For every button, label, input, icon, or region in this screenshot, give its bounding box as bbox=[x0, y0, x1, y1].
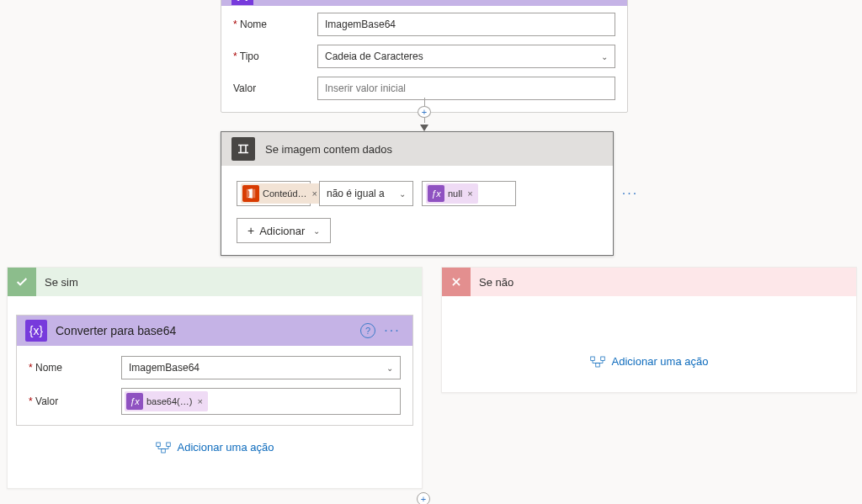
action-more-button[interactable]: ··· bbox=[380, 323, 404, 338]
type-label: Tipo bbox=[233, 50, 317, 62]
remove-token-icon[interactable]: × bbox=[467, 188, 472, 199]
branch-no-title: Se não bbox=[479, 276, 513, 289]
variable-icon: {x} bbox=[231, 0, 253, 5]
condition-icon bbox=[231, 137, 255, 161]
value-input[interactable] bbox=[317, 77, 615, 100]
add-action-no-button[interactable]: Adicionar uma ação bbox=[449, 355, 849, 368]
branch-no: Se não Adicionar uma ação bbox=[441, 267, 857, 393]
content-token: Conteúd… × bbox=[241, 183, 322, 204]
condition-expression-row: Conteúd… × não é igual a ⌄ ƒx null × bbox=[237, 181, 598, 206]
convert-base64-title: Converter para base64 bbox=[56, 324, 176, 337]
initialize-variable-body: Nome Tipo Cadeia de Caracteres ⌄ Valor bbox=[221, 6, 627, 112]
convert-base64-card: {x} Converter para base64 ? ··· Nome Ima… bbox=[16, 315, 413, 426]
type-value: Cadeia de Caracteres bbox=[325, 50, 423, 62]
fx-icon: ƒx bbox=[126, 393, 143, 410]
chevron-down-icon: ⌄ bbox=[399, 189, 406, 199]
condition-right-operand[interactable]: ƒx null × bbox=[422, 181, 516, 206]
svg-rect-1 bbox=[156, 443, 160, 447]
svg-rect-4 bbox=[590, 357, 594, 361]
chevron-down-icon: ⌄ bbox=[313, 226, 320, 236]
remove-token-icon[interactable]: × bbox=[312, 188, 317, 199]
condition-title: Se imagem contem dados bbox=[265, 143, 392, 156]
remove-token-icon[interactable]: × bbox=[197, 396, 202, 406]
close-icon bbox=[442, 268, 471, 296]
office-icon bbox=[242, 185, 259, 202]
null-token: ƒx null × bbox=[426, 183, 478, 204]
add-step-bottom-button[interactable]: + bbox=[417, 492, 430, 504]
branch-yes-title: Se sim bbox=[45, 276, 78, 289]
chevron-down-icon: ⌄ bbox=[386, 363, 393, 373]
add-action-yes-button[interactable]: Adicionar uma ação bbox=[14, 441, 415, 454]
action-name-select[interactable]: ImagemBase64 ⌄ bbox=[121, 356, 401, 379]
svg-rect-6 bbox=[595, 363, 599, 367]
check-icon bbox=[8, 268, 36, 296]
condition-card: Se imagem contem dados Conteúd… × não é … bbox=[221, 131, 614, 256]
add-step-button[interactable]: + bbox=[418, 106, 431, 118]
initialize-variable-title: Inicializar variável bbox=[262, 0, 354, 1]
value-label: Valor bbox=[233, 82, 317, 94]
name-input[interactable] bbox=[317, 13, 615, 36]
name-label: Nome bbox=[233, 19, 317, 30]
svg-rect-3 bbox=[161, 448, 165, 453]
variable-icon: {x} bbox=[25, 320, 47, 342]
action-name-label: Nome bbox=[29, 362, 121, 374]
svg-rect-2 bbox=[166, 443, 170, 447]
condition-more-button[interactable]: ··· bbox=[619, 131, 641, 256]
branch-yes: Se sim {x} Converter para base64 ? ··· N… bbox=[7, 267, 423, 489]
type-select[interactable]: Cadeia de Caracteres ⌄ bbox=[317, 45, 615, 68]
add-condition-button[interactable]: + Adicionar ⌄ bbox=[237, 218, 331, 243]
initialize-variable-card: {x} Inicializar variável ? Nome Tipo Cad… bbox=[221, 0, 628, 113]
base64-token: ƒx base64(…) × bbox=[125, 391, 208, 411]
initialize-variable-header[interactable]: {x} Inicializar variável ? bbox=[221, 0, 627, 6]
connector: + bbox=[423, 98, 425, 131]
help-icon[interactable]: ? bbox=[360, 323, 375, 338]
chevron-down-icon: ⌄ bbox=[601, 52, 608, 61]
condition-operator-select[interactable]: não é igual a ⌄ bbox=[319, 181, 413, 206]
action-value-label: Valor bbox=[29, 395, 121, 407]
action-value-input[interactable]: ƒx base64(…) × bbox=[121, 388, 401, 415]
plus-icon: + bbox=[247, 224, 254, 237]
arrow-down-icon bbox=[420, 125, 428, 131]
add-action-icon bbox=[156, 442, 171, 454]
svg-rect-5 bbox=[600, 357, 604, 361]
condition-left-operand[interactable]: Conteúd… × bbox=[237, 181, 311, 206]
convert-base64-header[interactable]: {x} Converter para base64 ? ··· bbox=[17, 316, 412, 346]
branch-yes-header[interactable]: Se sim bbox=[8, 268, 422, 296]
add-action-icon bbox=[590, 356, 605, 368]
branch-no-header[interactable]: Se não bbox=[442, 268, 856, 296]
condition-header[interactable]: Se imagem contem dados bbox=[221, 132, 613, 166]
fx-icon: ƒx bbox=[428, 185, 444, 202]
